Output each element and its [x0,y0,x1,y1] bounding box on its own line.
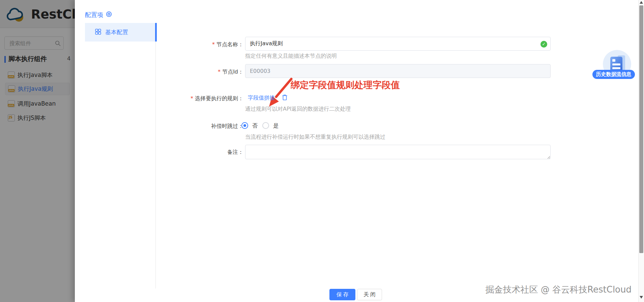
target-circle-icon[interactable] [106,11,112,19]
save-button[interactable]: 保存 [329,289,355,300]
skip-label: 补偿时跳过： [155,123,243,130]
node-name-input[interactable] [245,37,551,51]
annotation-text: 绑定字段值规则处理字段值 [291,79,400,91]
scrollbar-thumb[interactable] [639,5,643,253]
scroll-up-arrow-icon[interactable] [640,1,643,4]
panel-title: 配置项 [85,11,112,19]
tab-label: 基本配置 [105,28,128,36]
radio-yes[interactable] [262,122,269,129]
node-id-input [245,64,551,78]
radio-no-label[interactable]: 否 [252,122,258,130]
node-config-panel: 配置项 基本配置 节点名称： ✓ [75,0,638,302]
rule-label: 选择要执行的规则： [155,95,243,102]
annotation-arrow-icon [264,76,294,110]
vertical-scrollbar[interactable] [638,0,644,302]
modal-dim-overlay [0,0,75,302]
sidebar: RestCloud 脚本执行组件 4 JAVA 执行Java脚本 JAVA [0,0,75,302]
radio-no[interactable] [241,122,248,129]
watermark-text: 掘金技术社区 @ 谷云科技RestCloud [486,284,632,296]
grid-icon [95,29,101,36]
rule-helper: 通过规则可以对API返回的数据进行二次处理 [245,106,351,113]
scroll-down-arrow-icon[interactable] [640,296,643,299]
radio-yes-label[interactable]: 是 [273,122,279,130]
trash-icon[interactable] [282,94,288,102]
node-name-helper: 指定任何有意义且能描述本节点的说明 [245,53,337,60]
skip-helper: 当流程进行补偿运行时如果不想重复执行规则可以选择跳过 [245,134,385,141]
close-button[interactable]: 关闭 [357,289,382,300]
node-name-label: 节点名称： [155,41,243,48]
node-id-label: 节点Id： [155,68,243,76]
valid-check-icon: ✓ [540,41,547,48]
app-root: RestCloud 脚本执行组件 4 JAVA 执行Java脚本 JAVA [0,0,644,302]
tab-active-indicator [155,23,157,42]
remark-textarea[interactable] [245,145,551,159]
remark-label: 备注： [155,149,243,156]
panel-divider [155,42,156,289]
rule-link[interactable]: 字段值拼接 [248,94,275,102]
panel-title-text: 配置项 [85,11,103,19]
tab-basic-config[interactable]: 基本配置 [85,23,157,42]
history-flow-button[interactable]: 历史数据流信息 [592,70,635,79]
